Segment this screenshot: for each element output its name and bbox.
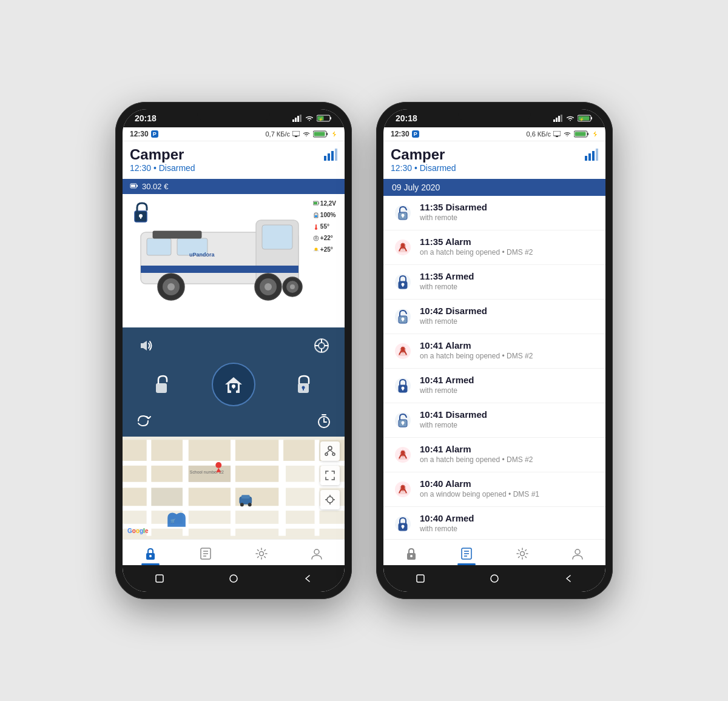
flash-icon-2 bbox=[592, 131, 598, 137]
history-item-item1[interactable]: 11:35 Disarmedwith remote bbox=[383, 196, 605, 230]
svg-rect-5 bbox=[330, 117, 331, 119]
wifi-icon-1 bbox=[305, 115, 314, 122]
phone-1: 20:18 bbox=[115, 102, 352, 599]
history-item-item6[interactable]: 10:41 Armedwith remote bbox=[383, 369, 605, 403]
map-controls-1 bbox=[320, 441, 340, 509]
gear-nav-icon-1 bbox=[255, 547, 268, 560]
history-item-item5[interactable]: 10:41 Alarmon a hatch being opened • DMS… bbox=[383, 334, 605, 369]
nav-settings-2[interactable] bbox=[508, 545, 536, 563]
person-nav-icon-1 bbox=[310, 547, 323, 560]
nav-settings-1[interactable] bbox=[248, 545, 275, 563]
history-icon-item8 bbox=[392, 444, 414, 466]
history-icon-item10 bbox=[392, 513, 414, 535]
svg-line-100 bbox=[330, 450, 334, 453]
history-item-item7[interactable]: 10:41 Disarmedwith remote bbox=[383, 403, 605, 438]
android-nav-1 bbox=[123, 565, 345, 592]
app-subtitle-2: 12:30 • Disarmed bbox=[391, 163, 456, 173]
svg-point-112 bbox=[259, 552, 263, 556]
svg-rect-85 bbox=[151, 488, 182, 506]
home-btn-2[interactable] bbox=[488, 572, 500, 585]
svg-rect-22 bbox=[314, 202, 317, 204]
svg-rect-75 bbox=[151, 440, 182, 461]
svg-rect-77 bbox=[235, 440, 278, 461]
data-speed-2: 0,6 КБ/с bbox=[526, 130, 551, 138]
svg-point-27 bbox=[315, 237, 317, 239]
back-btn-2[interactable] bbox=[562, 572, 575, 585]
home-btn-1[interactable] bbox=[228, 572, 240, 585]
map-section-1[interactable]: School number 22 🛒 bbox=[123, 437, 345, 539]
wifi-icon-2 bbox=[565, 115, 575, 122]
svg-rect-0 bbox=[292, 119, 294, 122]
wheel-btn[interactable] bbox=[308, 332, 335, 359]
battery-balance-icon bbox=[130, 183, 138, 191]
svg-rect-153 bbox=[402, 423, 403, 425]
nav-profile-2[interactable] bbox=[564, 545, 592, 563]
history-item-item9[interactable]: 10:40 Alarmon a window being opened • DM… bbox=[383, 472, 605, 507]
data-speed-1: 0,7 КБ/с bbox=[265, 130, 290, 138]
history-item-item8[interactable]: 10:41 Alarmon a hatch being opened • DMS… bbox=[383, 438, 605, 472]
nav-log-1[interactable] bbox=[192, 545, 220, 563]
system-time-1: 12:30 bbox=[130, 130, 149, 138]
svg-rect-133 bbox=[402, 215, 403, 218]
history-item-item4[interactable]: 10:42 Disarmedwith remote bbox=[383, 300, 605, 334]
signal-icon-2 bbox=[553, 115, 563, 122]
history-title-item1: 11:35 Disarmed bbox=[420, 202, 487, 212]
person-nav-icon-2 bbox=[571, 547, 584, 560]
history-item-item3[interactable]: 11:35 Armedwith remote bbox=[383, 265, 605, 300]
nav-security-1[interactable] bbox=[136, 545, 164, 563]
svg-rect-25 bbox=[315, 224, 317, 229]
parking-icon-1: P bbox=[151, 130, 158, 138]
nav-security-2[interactable] bbox=[397, 545, 425, 563]
svg-rect-84 bbox=[123, 488, 147, 506]
history-item-item2[interactable]: 11:35 Alarmon a hatch being opened • DMS… bbox=[383, 230, 605, 265]
nav-profile-1[interactable] bbox=[303, 545, 331, 563]
svg-rect-35 bbox=[153, 231, 201, 238]
svg-rect-33 bbox=[147, 238, 171, 255]
status-bar-2: 20:18 bbox=[383, 109, 605, 127]
bottom-controls-row bbox=[132, 410, 335, 432]
svg-rect-56 bbox=[233, 386, 234, 389]
app-header-1: Camper 12:30 • Disarmed bbox=[123, 141, 345, 179]
square-btn-1[interactable] bbox=[153, 572, 166, 585]
history-icon-item7 bbox=[392, 409, 414, 431]
waypoints-btn[interactable] bbox=[320, 441, 340, 461]
history-item-item10[interactable]: 10:40 Armedwith remote bbox=[383, 507, 605, 539]
history-section-2[interactable]: 11:35 Disarmedwith remote 11:35 Alarmon … bbox=[383, 196, 605, 539]
svg-rect-76 bbox=[189, 440, 231, 461]
svg-rect-73 bbox=[315, 440, 320, 535]
svg-point-101 bbox=[327, 497, 333, 503]
refresh-btn[interactable] bbox=[132, 410, 154, 432]
rv-svg: uPandora bbox=[135, 208, 317, 305]
nav-log-2[interactable] bbox=[453, 545, 480, 563]
back-btn-1[interactable] bbox=[302, 572, 314, 585]
nav-bar-2 bbox=[383, 539, 605, 565]
svg-point-90 bbox=[215, 462, 221, 468]
book-nav-icon-1 bbox=[199, 547, 212, 560]
square-btn-2[interactable] bbox=[414, 572, 426, 585]
svg-point-48 bbox=[318, 343, 325, 349]
history-sub-item4: with remote bbox=[420, 317, 487, 326]
history-sub-item10: with remote bbox=[420, 525, 474, 533]
unlock-btn[interactable] bbox=[150, 371, 177, 398]
svg-point-94 bbox=[248, 503, 252, 506]
battery-sys-1 bbox=[313, 130, 329, 138]
vehicle-section-1: 12,2V 100% 55° +22° bbox=[123, 194, 345, 327]
svg-marker-129 bbox=[593, 131, 597, 137]
map-bg-1: School number 22 🛒 bbox=[123, 437, 345, 539]
history-title-item7: 10:41 Disarmed bbox=[420, 409, 487, 420]
crosshair-btn[interactable] bbox=[320, 490, 340, 509]
gear-nav-icon-2 bbox=[516, 547, 529, 560]
home-armed-btn[interactable] bbox=[212, 363, 255, 406]
phone-2: 20:18 bbox=[376, 102, 613, 599]
lock-btn[interactable] bbox=[291, 371, 317, 398]
speaker-btn[interactable] bbox=[132, 332, 159, 359]
history-sub-item1: with remote bbox=[420, 213, 487, 222]
battery-icon-2: ⚡ bbox=[578, 115, 593, 122]
svg-rect-1 bbox=[295, 118, 297, 122]
controls-section-1 bbox=[123, 327, 345, 437]
svg-rect-19 bbox=[140, 216, 141, 219]
timer-btn[interactable] bbox=[313, 410, 335, 432]
expand-btn[interactable] bbox=[320, 466, 340, 485]
history-icon-item6 bbox=[392, 375, 414, 397]
svg-text:uPandora: uPandora bbox=[189, 252, 215, 258]
